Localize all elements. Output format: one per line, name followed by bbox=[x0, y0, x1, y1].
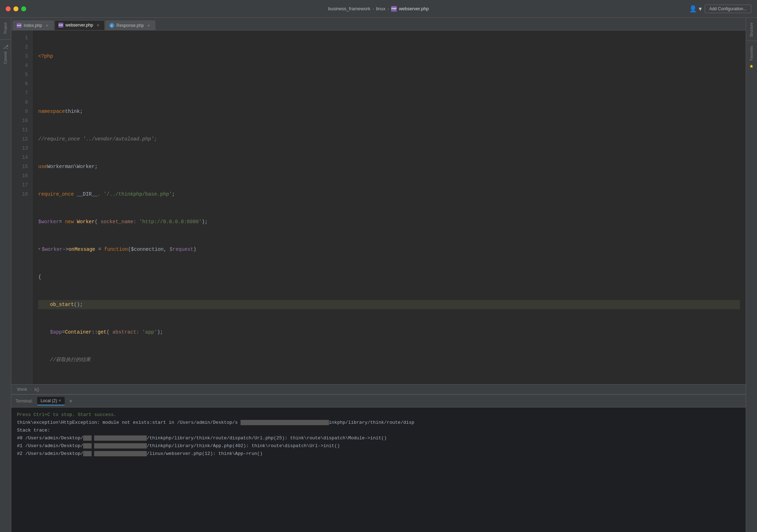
code-line-12: //获取执行的结果 bbox=[38, 355, 740, 364]
code-line-2 bbox=[38, 79, 740, 88]
status-lambda: λ() bbox=[34, 387, 39, 392]
terminal-add-button[interactable]: + bbox=[68, 398, 74, 404]
tab-label-index: index.php bbox=[24, 23, 42, 28]
left-sidebar: Project ⎇ Commit bbox=[0, 18, 11, 532]
terminal-line-4: #0 /Users/admin/Desktop/███ ████████████… bbox=[17, 434, 740, 442]
sidebar-group-project: Project bbox=[3, 21, 8, 35]
code-editor: 1 2 3 4 5 6 7 8 9 10 11 12 13 14 15 16 1 bbox=[11, 30, 746, 532]
terminal-line-3: Stack trace: bbox=[17, 427, 740, 434]
tabs-bar: PHP index.php ✕ PHP webserver.php ✕ C Re… bbox=[11, 18, 746, 30]
ln-14: 14 bbox=[11, 153, 28, 162]
terminal-tabs-bar: Terminal: Local (2) ✕ + bbox=[11, 395, 746, 407]
tab-close-response[interactable]: ✕ bbox=[147, 24, 150, 28]
code-line-13: $app->run()->send(); bbox=[38, 383, 740, 384]
tab-webserver-php[interactable]: PHP webserver.php ✕ bbox=[54, 20, 105, 30]
tab-close-index[interactable]: ✕ bbox=[46, 24, 48, 28]
ln-11: 11 bbox=[11, 125, 28, 134]
ln-1: 1 bbox=[11, 33, 28, 42]
ln-18: 18 bbox=[11, 190, 28, 199]
main-layout: Project ⎇ Commit PHP index.php ✕ PHP web… bbox=[0, 18, 757, 532]
php-icon-index: PHP bbox=[17, 23, 22, 28]
ln-16: 16 bbox=[11, 171, 28, 180]
status-namespace: \think bbox=[17, 387, 27, 392]
class-icon-response: C bbox=[109, 23, 114, 28]
code-line-6: require_once __DIR__ . '/../thinkphp/bas… bbox=[38, 190, 740, 199]
terminal-tab-label: Local (2) bbox=[41, 398, 57, 403]
ln-7: 7 bbox=[11, 88, 28, 98]
sidebar-item-project[interactable]: Project bbox=[3, 21, 8, 35]
status-bar: \think › λ() bbox=[11, 384, 746, 394]
code-line-5: use Workerman\Worker; bbox=[38, 162, 740, 171]
minimize-button[interactable] bbox=[13, 6, 18, 11]
terminal-label: Terminal: bbox=[16, 399, 33, 404]
sidebar-divider-1 bbox=[0, 39, 11, 40]
code-content[interactable]: 1 2 3 4 5 6 7 8 9 10 11 12 13 14 15 16 1 bbox=[11, 30, 746, 384]
titlebar: business_framework › linux › PHP webserv… bbox=[0, 0, 757, 18]
terminal-tab-local[interactable]: Local (2) ✕ bbox=[37, 397, 65, 405]
ln-2: 2 bbox=[11, 42, 28, 52]
breadcrumb: business_framework › linux › PHP webserv… bbox=[328, 6, 429, 12]
code-line-1: <?php bbox=[38, 52, 740, 61]
traffic-lights bbox=[6, 6, 26, 11]
close-button[interactable] bbox=[6, 6, 11, 11]
tab-label-webserver: webserver.php bbox=[65, 23, 93, 28]
ln-5: 5 bbox=[11, 70, 28, 79]
terminal-line-6: #2 /Users/admin/Desktop/███ ████████████… bbox=[17, 450, 740, 458]
titlebar-right: 👤 ▾ Add Configuration... bbox=[689, 5, 751, 13]
breadcrumb-sep-1: › bbox=[372, 6, 374, 11]
code-lines[interactable]: <?php namespace think; //require_once '.… bbox=[33, 30, 746, 384]
ln-8: 8 bbox=[11, 98, 28, 107]
line-numbers: 1 2 3 4 5 6 7 8 9 10 11 12 13 14 15 16 1 bbox=[11, 30, 33, 384]
code-line-4: //require_once '../vendor/autoload.php'; bbox=[38, 134, 740, 144]
breadcrumb-file: webserver.php bbox=[399, 6, 429, 11]
php-icon-title: PHP bbox=[391, 6, 397, 12]
ln-6: 6 bbox=[11, 79, 28, 88]
ln-10: 10 bbox=[11, 116, 28, 125]
terminal-tab-close[interactable]: ✕ bbox=[58, 399, 61, 403]
breadcrumb-project[interactable]: business_framework bbox=[328, 6, 370, 11]
user-button[interactable]: 👤 ▾ bbox=[689, 5, 702, 13]
sidebar-item-commit[interactable]: Commit bbox=[3, 50, 8, 65]
commit-icon: ⎇ bbox=[3, 44, 8, 50]
sidebar-item-favorites[interactable]: Favorites bbox=[749, 45, 754, 62]
code-line-7: $worker = new Worker( socket_name: 'http… bbox=[38, 217, 740, 226]
code-line-10: ob_start(); bbox=[38, 300, 740, 309]
editor-area: PHP index.php ✕ PHP webserver.php ✕ C Re… bbox=[11, 18, 746, 532]
ln-3: 3 bbox=[11, 52, 28, 61]
right-sidebar-divider bbox=[746, 41, 757, 41]
ln-15: 15 bbox=[11, 162, 28, 171]
favorites-star-icon: ★ bbox=[749, 63, 754, 69]
tab-label-response: Response.php bbox=[116, 23, 144, 28]
php-icon-webserver: PHP bbox=[58, 23, 63, 28]
terminal-line-1: Press Ctrl+C to stop. Start success. bbox=[17, 411, 740, 419]
sidebar-group-commit: ⎇ Commit bbox=[3, 44, 8, 65]
code-line-9: { bbox=[38, 272, 740, 282]
tab-response-php[interactable]: C Response.php ✕ bbox=[105, 21, 155, 30]
right-sidebar: Structure Favorites ★ bbox=[746, 18, 757, 532]
status-sep: › bbox=[30, 387, 31, 392]
sidebar-item-structure[interactable]: Structure bbox=[749, 21, 754, 39]
ln-4: 4 bbox=[11, 61, 28, 70]
ln-9: 9 bbox=[11, 107, 28, 116]
tab-index-php[interactable]: PHP index.php ✕ bbox=[13, 21, 54, 30]
add-configuration-button[interactable]: Add Configuration... bbox=[705, 5, 751, 13]
ln-12: 12 bbox=[11, 134, 28, 144]
breadcrumb-folder[interactable]: linux bbox=[376, 6, 386, 11]
maximize-button[interactable] bbox=[21, 6, 26, 11]
terminal-line-5: #1 /Users/admin/Desktop/███ ████████████… bbox=[17, 442, 740, 450]
code-line-3: namespace think; bbox=[38, 107, 740, 116]
ln-13: 13 bbox=[11, 144, 28, 153]
terminal-content[interactable]: Press Ctrl+C to stop. Start success. thi… bbox=[11, 407, 746, 532]
code-line-11: $app=Container::get( abstract: 'app'); bbox=[38, 328, 740, 337]
terminal-line-2: think\exception\HttpException: module no… bbox=[17, 419, 740, 427]
ln-17: 17 bbox=[11, 180, 28, 190]
tab-close-webserver[interactable]: ✕ bbox=[97, 23, 99, 27]
breadcrumb-sep-2: › bbox=[388, 6, 389, 11]
terminal-panel: Terminal: Local (2) ✕ + Press Ctrl+C to … bbox=[11, 394, 746, 532]
code-line-8: ▼$worker->onMessage = function($connecti… bbox=[38, 245, 740, 254]
